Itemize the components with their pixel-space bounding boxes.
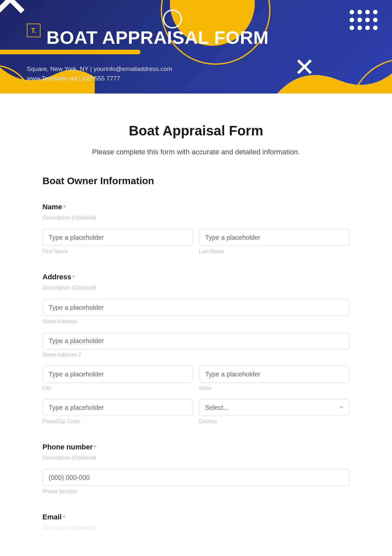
first-name-input[interactable] [42, 229, 193, 246]
logo-text: T. [31, 27, 36, 34]
banner-underline [0, 50, 140, 54]
banner-info: Square, New York, NY | yourinfo@emailadd… [27, 64, 172, 83]
phone-description: Description (Optional) [42, 455, 350, 461]
email-description: Description (Optional) [42, 525, 350, 531]
postal-code-input[interactable] [42, 399, 193, 416]
street-address-2-input[interactable] [42, 332, 350, 349]
last-name-input[interactable] [199, 229, 350, 246]
postal-code-sublabel: Postal/Zip Code [42, 419, 193, 425]
required-star: * [63, 515, 65, 520]
field-phone: Phone number* Description (Optional) Pho… [42, 443, 350, 495]
city-input[interactable] [42, 366, 193, 383]
street-address-sublabel: Street Address [42, 319, 350, 324]
banner-info-line-2: www.Template.net | 222 555 7777 [27, 74, 172, 83]
country-sublabel: Country [199, 419, 350, 425]
decor-ring-small [163, 9, 182, 29]
country-select[interactable] [199, 399, 350, 416]
last-name-sublabel: Last Name [199, 249, 350, 254]
form-container: Boat Appraisal Form Please complete this… [0, 94, 392, 544]
field-email: Email* Description (Optional) [42, 513, 350, 531]
banner-info-line-1: Square, New York, NY | yourinfo@emailadd… [27, 64, 172, 74]
svg-point-4 [350, 59, 392, 94]
name-label: Name [42, 203, 62, 211]
name-description: Description (Optional) [42, 215, 350, 221]
email-label: Email [42, 513, 62, 521]
city-sublabel: City [42, 385, 193, 391]
state-input[interactable] [199, 366, 350, 383]
phone-sublabel: Phone Number [42, 489, 350, 495]
phone-input[interactable] [42, 469, 350, 486]
x-icon [295, 58, 314, 76]
banner: T. BOAT APPRAISAL FORM Square, New York,… [0, 0, 392, 94]
required-star: * [94, 445, 96, 450]
page-subtitle: Please complete this form with accurate … [42, 148, 350, 156]
address-description: Description (Optional) [42, 285, 350, 291]
dot-grid-icon [350, 10, 378, 30]
page-title: Boat Appraisal Form [42, 123, 350, 139]
section-title: Boat Owner Information [42, 175, 350, 186]
state-sublabel: State [199, 385, 350, 391]
required-star: * [73, 275, 74, 280]
field-address: Address* Description (Optional) Street A… [42, 273, 350, 425]
street-address-input[interactable] [42, 299, 350, 316]
first-name-sublabel: First Name [42, 249, 193, 254]
logo: T. [27, 24, 41, 37]
x-icon [0, 0, 28, 17]
address-label: Address [42, 273, 71, 281]
street-address-2-sublabel: Street Address 2 [42, 352, 350, 358]
banner-title: BOAT APPRAISAL FORM [46, 27, 269, 48]
decor-arc-right [340, 49, 392, 94]
phone-label: Phone number [42, 443, 93, 451]
svg-point-2 [164, 10, 181, 28]
required-star: * [63, 205, 65, 210]
field-name: Name* Description (Optional) First Name … [42, 203, 350, 254]
